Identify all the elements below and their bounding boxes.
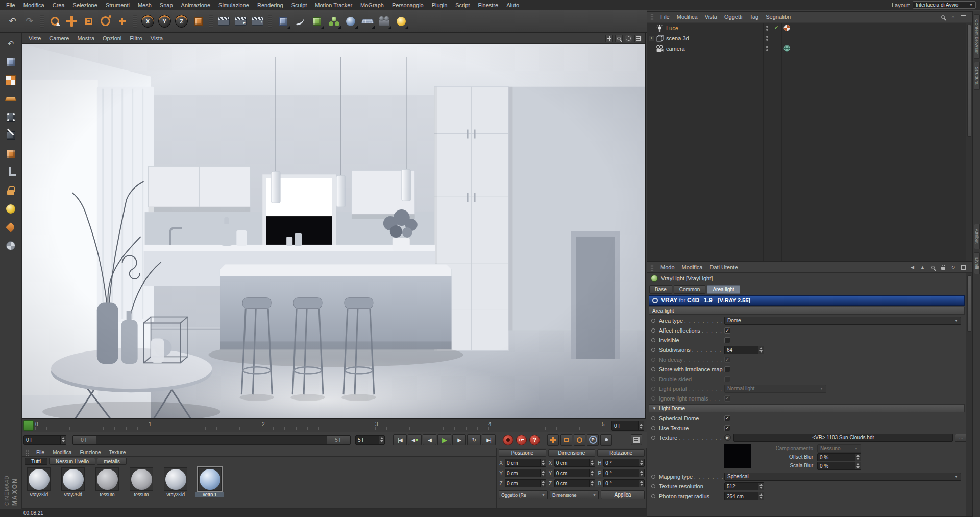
- tool-last-tool-icon[interactable]: [114, 13, 131, 30]
- tool-lock-x-icon[interactable]: X: [139, 13, 156, 30]
- coord-field-rotazione-p[interactable]: 0 °: [603, 469, 645, 477]
- menubar-item-motion-tracker[interactable]: Motion Tracker: [311, 1, 356, 10]
- stepper-icon[interactable]: [639, 480, 644, 487]
- enabled-check-icon[interactable]: ✓: [774, 24, 779, 31]
- coord-field-dimensione-y[interactable]: 0 cm: [554, 469, 596, 477]
- stepper-icon[interactable]: [540, 459, 546, 466]
- object-manager-menu-segnalibri[interactable]: Segnalibri: [762, 13, 794, 21]
- tool-render-picture-viewer-icon[interactable]: ▸: [232, 13, 249, 30]
- keyframe-circle-icon[interactable]: [651, 484, 655, 488]
- object-manager-menu-file[interactable]: File: [657, 13, 673, 21]
- menubar-item-crea[interactable]: Crea: [48, 1, 69, 10]
- tool-scale-icon[interactable]: [80, 13, 97, 30]
- dopesheet-icon[interactable]: [631, 434, 642, 445]
- section-area-light[interactable]: Area light: [649, 307, 965, 315]
- nav-up-icon[interactable]: ▲: [919, 264, 926, 271]
- timeline-ruler[interactable]: 012345 0 F: [22, 419, 647, 432]
- home-icon[interactable]: ⌂: [949, 13, 957, 21]
- texture-path-field[interactable]: <VR> 1103 Sun Clouds.hdr: [733, 434, 953, 442]
- keyframe-circle-icon[interactable]: [651, 494, 655, 498]
- material-vray2sid-0[interactable]: Vray2Sid: [24, 467, 53, 497]
- material-vetro-1-5[interactable]: vetro.1: [195, 467, 224, 497]
- tool-floor-icon[interactable]: [359, 13, 376, 30]
- prev-key-button[interactable]: ◀: [408, 434, 422, 445]
- menubar-item-modifica[interactable]: Modifica: [19, 1, 48, 10]
- viewport-menu-camere[interactable]: Camere: [45, 34, 73, 42]
- keyframe-circle-icon[interactable]: [651, 416, 655, 420]
- tool-render-view-icon[interactable]: [215, 13, 232, 30]
- dock-tab-livelli[interactable]: Livelli: [974, 252, 980, 274]
- coord-header[interactable]: Rotazione: [597, 449, 645, 457]
- menubar-item-animazione[interactable]: Animazione: [177, 1, 214, 10]
- object-row-scena-3d[interactable]: +scena 3d: [647, 33, 966, 43]
- tool-rotate-icon[interactable]: [97, 13, 114, 30]
- layout-select[interactable]: Interfaccia di Avvio ▼: [913, 1, 976, 9]
- menubar-item-simulazione[interactable]: Simulazione: [214, 1, 253, 10]
- menubar-item-rendering[interactable]: Rendering: [253, 1, 287, 10]
- stepper-icon[interactable]: [589, 469, 595, 477]
- range-start-handle[interactable]: 0 F: [73, 436, 96, 444]
- stepper-icon[interactable]: [379, 436, 384, 444]
- viewport-menu-vista[interactable]: Vista: [146, 34, 167, 42]
- drag-handle-icon[interactable]: [26, 449, 29, 456]
- record-keyframe-button[interactable]: [503, 435, 513, 445]
- scrollbar[interactable]: [966, 23, 972, 261]
- keyframe-circle-icon[interactable]: [651, 338, 655, 342]
- keyframe-circle-icon[interactable]: [651, 377, 655, 381]
- stepper-icon[interactable]: [758, 346, 764, 354]
- side-tool-workplane-mode-icon[interactable]: [3, 91, 18, 106]
- apply-button[interactable]: Applica: [601, 490, 645, 499]
- material-vray2sid-4[interactable]: Vray2Sid: [161, 467, 190, 497]
- tool-lock-z-icon[interactable]: Z: [173, 13, 190, 30]
- stepper-icon[interactable]: [589, 459, 595, 466]
- side-tool-enable-axis-icon[interactable]: [3, 165, 18, 180]
- keyframe-circle-icon[interactable]: [651, 358, 655, 362]
- tool-light-icon[interactable]: [393, 13, 409, 30]
- goto-start-button[interactable]: |◀: [393, 434, 407, 445]
- stepper-icon[interactable]: [589, 480, 595, 487]
- loop-button[interactable]: ↻: [467, 434, 481, 445]
- keyframe-circle-icon[interactable]: [651, 436, 655, 440]
- rotate-view-icon[interactable]: [625, 35, 632, 42]
- offset-blur-spinner[interactable]: 0 %: [817, 453, 861, 461]
- keyframe-circle-icon[interactable]: [651, 319, 655, 323]
- keyframe-circle-icon[interactable]: [651, 475, 655, 479]
- coord-field-dimensione-x[interactable]: 0 cm: [554, 459, 596, 467]
- viewport-menu-mostra[interactable]: Mostra: [73, 34, 99, 42]
- drag-handle-icon[interactable]: [650, 14, 654, 20]
- key-position-toggle[interactable]: [547, 434, 559, 446]
- materials-tab-nessun-livello[interactable]: Nessun Livello: [49, 458, 95, 465]
- side-tool-polygons-mode-icon[interactable]: [3, 146, 18, 161]
- tool-redo-icon[interactable]: ↷: [21, 13, 38, 30]
- side-tool-model-mode-icon[interactable]: [3, 54, 18, 69]
- keyframe-circle-icon[interactable]: [651, 396, 655, 401]
- mapping-type-dropdown[interactable]: Spherical▼: [724, 473, 961, 481]
- size-mode-dropdown[interactable]: Dimensione ▼: [550, 490, 599, 499]
- tool-lock-y-icon[interactable]: Y: [156, 13, 173, 30]
- keyframe-circle-icon[interactable]: [651, 367, 655, 371]
- invisible-checkbox[interactable]: [724, 337, 730, 343]
- materials-menu-texture[interactable]: Texture: [105, 449, 130, 456]
- history-icon[interactable]: ↻: [949, 264, 957, 271]
- pan-view-icon[interactable]: [605, 35, 613, 42]
- dock-tab-struttura[interactable]: Struttura: [974, 62, 980, 90]
- tool-spline-pen-icon[interactable]: [291, 13, 308, 30]
- stepper-icon[interactable]: [758, 492, 764, 500]
- double-sided-checkbox[interactable]: [724, 376, 730, 382]
- material-vray2sid-1[interactable]: Vray2Sid: [59, 467, 87, 497]
- search-icon[interactable]: [929, 264, 937, 271]
- texture-resolution-spinner[interactable]: 512: [724, 482, 764, 490]
- key-pla-toggle[interactable]: [600, 434, 612, 446]
- affect-reflections-checkbox[interactable]: ✓: [724, 327, 730, 334]
- tool-undo-icon[interactable]: ↶: [4, 13, 21, 30]
- stepper-icon[interactable]: [540, 480, 546, 487]
- attribute-manager-menu-modifica[interactable]: Modifica: [678, 263, 706, 271]
- frame-number-field[interactable]: 0 F: [611, 421, 644, 431]
- stepper-icon[interactable]: [60, 436, 66, 444]
- expand-toggle-icon[interactable]: +: [649, 36, 654, 41]
- tab-common[interactable]: Common: [674, 285, 706, 294]
- side-tool-texture-mode-icon[interactable]: [3, 73, 18, 88]
- prev-frame-button[interactable]: ◀: [423, 434, 436, 445]
- stepper-icon[interactable]: [540, 469, 546, 477]
- section-light-dome[interactable]: ▼ Light Dome: [649, 404, 965, 412]
